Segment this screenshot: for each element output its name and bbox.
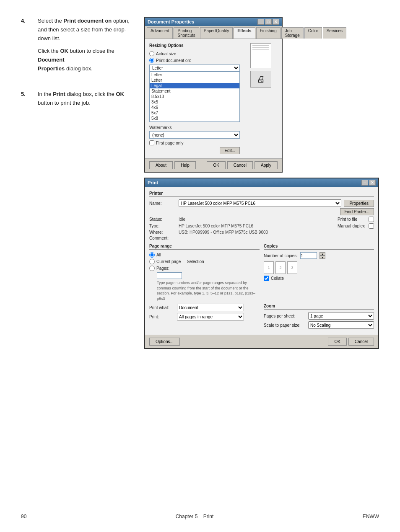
paper-item-8x13[interactable]: 8.5x13	[150, 94, 239, 99]
comment-row: Comment:	[149, 236, 374, 240]
first-page-only-checkbox[interactable]	[149, 140, 154, 145]
properties-button[interactable]: Properties	[344, 200, 374, 207]
type-label: Type:	[149, 224, 179, 228]
dialog-tabs: Advanced Printing Shortcuts Paper/Qualit…	[145, 26, 282, 39]
zoom-section: Zoom Pages per sheet: 1 page Scale to pa…	[264, 304, 374, 331]
tab-job-storage[interactable]: Job Storage	[281, 27, 304, 39]
all-radio[interactable]	[149, 252, 155, 258]
print-to-file-checkbox[interactable]	[369, 217, 374, 222]
pages-per-sheet-select[interactable]: 1 page	[308, 312, 374, 320]
print-what-zoom-row: Print what: Document Print: All pages in…	[149, 304, 374, 331]
ok-button[interactable]: OK	[207, 161, 225, 169]
current-page-radio[interactable]	[149, 259, 155, 264]
pages-hint: Type page numbers and/or page ranges sep…	[157, 280, 260, 301]
paper-item-letter2[interactable]: Letter	[150, 77, 239, 83]
paper-item-statement[interactable]: Statement	[150, 88, 239, 94]
status-value: Idle	[179, 217, 185, 222]
close-btn[interactable]: ✕	[273, 19, 279, 25]
cancel-button[interactable]: Cancel	[227, 161, 253, 169]
print-what-row: Print what: Document	[149, 304, 260, 311]
collate-page-3: 3	[287, 261, 297, 274]
print-select[interactable]: All pages in range	[177, 313, 244, 320]
apply-button[interactable]: Apply	[255, 161, 278, 169]
paper-line-2	[252, 47, 269, 48]
step-5-bold-ok: OK	[116, 91, 124, 97]
scale-select[interactable]: No Scaling	[308, 321, 374, 329]
tab-services[interactable]: Services	[323, 27, 346, 39]
step-4-main-text: Select the Print document on option, and…	[38, 17, 136, 43]
tab-advanced[interactable]: Advanced	[147, 27, 173, 39]
printer-name-select[interactable]: HP LaserJet 500 color MFP M575 PCL6	[179, 199, 341, 207]
status-row: Status: Idle Print to file	[149, 217, 374, 222]
print-ok-button[interactable]: OK	[328, 338, 346, 346]
collate-label: Collate	[271, 276, 284, 281]
status-label: Status:	[149, 217, 179, 222]
pages-input[interactable]	[157, 272, 182, 279]
first-page-only-row: First page only	[149, 140, 240, 145]
step-5-bold-print: Print	[53, 91, 65, 97]
help-button[interactable]: Help	[174, 161, 196, 169]
paper-list-box[interactable]: Letter Letter Legal Statement 8.5x13 3x5…	[149, 72, 240, 122]
actual-size-radio[interactable]	[149, 51, 154, 56]
find-printer-button[interactable]: Find Printer...	[340, 208, 374, 215]
copies-input[interactable]	[300, 252, 317, 259]
actual-size-row: Actual size	[149, 51, 240, 56]
paper-item-3x5[interactable]: 3x5	[150, 99, 239, 105]
maximize-btn[interactable]: □	[265, 19, 272, 25]
about-button[interactable]: About	[149, 161, 173, 169]
page-footer: 90 Chapter 5 Print ENWW	[21, 510, 379, 519]
doc-props-dialog: Document Properties ─ □ ✕ Advanced Print…	[144, 17, 283, 173]
copies-label: Copies	[264, 244, 374, 250]
paper-item-5x8[interactable]: 5x8	[150, 116, 239, 121]
spin-up-btn[interactable]: ▲	[319, 252, 325, 256]
minimize-btn[interactable]: ─	[257, 19, 264, 25]
print-dialog: Print ─ ✕ Printer Name: HP LaserJet 500 …	[144, 178, 379, 349]
print-row: Print: All pages in range	[149, 313, 260, 320]
step-4: 4. Select the Print document on option, …	[21, 17, 136, 77]
print-what-label: Print what:	[149, 305, 174, 310]
print-title: Print	[148, 180, 158, 185]
doc-props-left: Resizing Options Actual size Print docum…	[149, 43, 240, 154]
tab-printing-shortcuts[interactable]: Printing Shortcuts	[174, 27, 199, 39]
pages-radio[interactable]	[149, 266, 155, 271]
print-doc-on-radio[interactable]	[149, 58, 154, 63]
tab-paper-quality[interactable]: Paper/Quality	[200, 27, 233, 39]
step-4-bold-1: Print document on	[63, 18, 112, 24]
where-value: USB: HP099999 - Office MFP M575c USB 900…	[179, 230, 268, 235]
selection-label: Selection	[187, 259, 204, 264]
paper-item-letter1[interactable]: Letter	[150, 72, 239, 77]
spin-down-btn[interactable]: ▼	[319, 256, 325, 259]
printer-icon: 🖨	[250, 71, 271, 88]
options-button[interactable]: Options...	[149, 338, 180, 346]
name-label: Name:	[149, 201, 179, 206]
paper-item-legal[interactable]: Legal	[150, 83, 239, 88]
pages-per-sheet-row: Pages per sheet: 1 page	[264, 312, 374, 320]
paper-item-4x6[interactable]: 4x6	[150, 105, 239, 110]
collate-row: Collate	[264, 276, 374, 281]
num-copies-row: Number of copies: ▲ ▼	[264, 252, 374, 259]
paper-item-5x7[interactable]: 5x7	[150, 110, 239, 116]
where-row: Where: USB: HP099999 - Office MFP M575c …	[149, 230, 374, 235]
edit-button[interactable]: Edit...	[220, 147, 240, 154]
print-footer: Options... OK Cancel	[145, 335, 378, 348]
print-cancel-button[interactable]: Cancel	[348, 338, 374, 346]
print-doc-on-label: Print document on:	[156, 58, 191, 63]
pages-per-sheet-label: Pages per sheet:	[264, 314, 306, 318]
print-what-select[interactable]: Document	[177, 304, 244, 311]
collate-checkbox[interactable]	[264, 276, 269, 281]
pages-radio-row: Pages:	[149, 266, 260, 271]
paper-size-dropdown[interactable]: Letter	[149, 65, 240, 72]
resizing-options-label: Resizing Options	[149, 43, 240, 48]
tab-color[interactable]: Color	[304, 27, 322, 39]
manual-duplex-checkbox[interactable]	[369, 223, 374, 229]
pages-label: Pages:	[156, 266, 169, 271]
watermarks-select[interactable]: (none)	[149, 131, 240, 139]
paper-item-a4[interactable]: A4	[150, 121, 239, 122]
tab-finishing[interactable]: Finishing	[256, 27, 281, 39]
collate-preview: 1 2 3	[264, 261, 374, 274]
tab-effects[interactable]: Effects	[234, 27, 255, 39]
print-minimize-btn[interactable]: ─	[361, 180, 368, 186]
print-close-btn[interactable]: ✕	[369, 180, 376, 186]
doc-props-title: Document Properties	[148, 19, 194, 24]
print-footer-right-btns: OK Cancel	[328, 338, 374, 346]
